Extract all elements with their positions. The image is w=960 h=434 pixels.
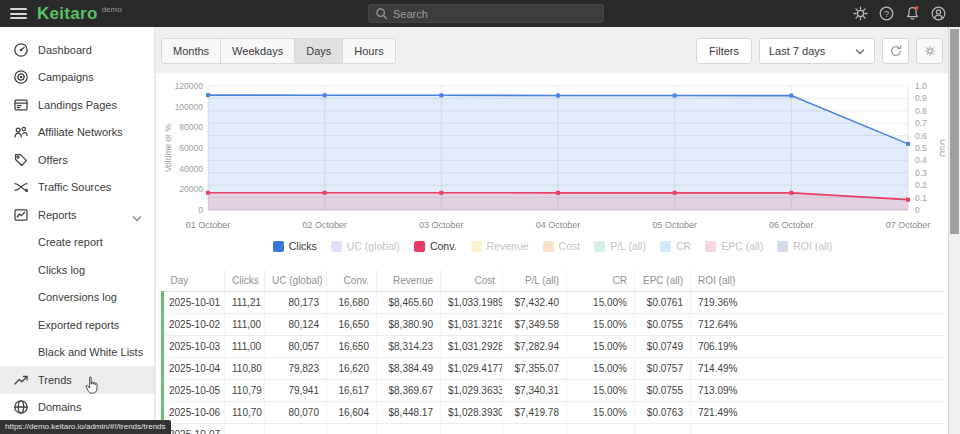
table-cell: 712.64% xyxy=(691,313,945,335)
table-cell: $8,465.60 xyxy=(377,291,441,313)
svg-text:40000: 40000 xyxy=(179,164,203,174)
legend-item-cr[interactable]: CR xyxy=(660,240,691,252)
trends-table: DayClicksUC (global)Conv.RevenueCostP/L … xyxy=(161,270,944,434)
table-cell: 16,617 xyxy=(327,379,377,401)
filters-button[interactable]: Filters xyxy=(696,38,752,64)
legend-item-clicks[interactable]: Clicks xyxy=(273,240,317,252)
table-cell: 15.00% xyxy=(567,379,635,401)
column-header-day: Day xyxy=(163,270,225,291)
table-cell: $1,033.1989 xyxy=(441,291,503,313)
globe-icon xyxy=(13,399,29,415)
refresh-button[interactable] xyxy=(882,38,909,64)
table-cell: 16,620 xyxy=(327,357,377,379)
table-row: 2025-10-01111,2180,17316,680$8,465.60$1,… xyxy=(163,291,945,313)
svg-text:0: 0 xyxy=(915,205,920,215)
column-header-uc-global-: UC (global) xyxy=(265,270,327,291)
sidebar-item-clicks-log[interactable]: Clicks log xyxy=(0,256,154,284)
sidebar-item-exported-reports[interactable]: Exported reports xyxy=(0,311,154,339)
account-icon[interactable] xyxy=(930,5,947,22)
layout-icon xyxy=(13,97,29,113)
notifications-bell-icon[interactable] xyxy=(904,5,921,22)
table-row: 2025-10-03111,0080,05716,650$8,314.23$1,… xyxy=(163,335,945,357)
legend-item-cost[interactable]: Cost xyxy=(543,240,581,252)
table-cell: 714.49% xyxy=(691,357,945,379)
svg-text:0.8: 0.8 xyxy=(915,106,927,116)
tab-days[interactable]: Days xyxy=(295,39,343,63)
top-navbar: Keitaro demo ? xyxy=(0,0,960,27)
sidebar-item-traffic-sources[interactable]: Traffic Sources xyxy=(0,174,154,202)
legend-item-revenue[interactable]: Revenue xyxy=(471,240,529,252)
svg-text:07 October: 07 October xyxy=(886,220,931,230)
sidebar-item-reports[interactable]: Reports xyxy=(0,201,154,229)
svg-text:60000: 60000 xyxy=(179,143,203,153)
help-icon[interactable]: ? xyxy=(878,5,895,22)
sidebar-item-trends[interactable]: Trends xyxy=(0,366,154,394)
table-cell: 111,00 xyxy=(225,313,265,335)
sidebar-item-label: Exported reports xyxy=(38,319,119,331)
legend-label: Cost xyxy=(559,240,581,252)
table-cell: $7,355.07 xyxy=(503,357,567,379)
svg-text:03 October: 03 October xyxy=(419,220,464,230)
svg-text:0: 0 xyxy=(198,205,203,215)
search-input[interactable] xyxy=(393,8,597,20)
sidebar-item-landings-pages[interactable]: Landings Pages xyxy=(0,91,154,119)
legend-item-p-l-all-[interactable]: P/L (all) xyxy=(594,240,646,252)
legend-item-roi-all-[interactable]: ROI (all) xyxy=(777,240,832,252)
svg-text:USD: USD xyxy=(938,139,945,157)
tab-months[interactable]: Months xyxy=(162,39,221,63)
sidebar-item-label: Clicks log xyxy=(38,264,85,276)
svg-text:Volume or %: Volume or % xyxy=(163,123,173,172)
table-cell: 15.00% xyxy=(567,335,635,357)
sidebar-item-affiliate-networks[interactable]: Affiliate Networks xyxy=(0,119,154,147)
table-cell: 2025-10-02 xyxy=(163,313,225,335)
date-range-select[interactable]: Last 7 days xyxy=(759,38,875,64)
sidebar-item-campaigns[interactable]: Campaigns xyxy=(0,64,154,92)
legend-label: Clicks xyxy=(289,240,317,252)
sidebar-item-label: Dashboard xyxy=(38,44,92,56)
table-cell: 16,650 xyxy=(327,313,377,335)
table-cell xyxy=(377,423,441,434)
app-logo[interactable]: Keitaro xyxy=(37,0,98,27)
table-cell: 80,070 xyxy=(265,401,327,423)
tag-icon xyxy=(13,152,29,168)
table-cell: 16,604 xyxy=(327,401,377,423)
table-cell: $8,448.17 xyxy=(377,401,441,423)
svg-text:80000: 80000 xyxy=(179,122,203,132)
table-cell: $0.0757 xyxy=(635,357,691,379)
legend-label: UC (global) xyxy=(347,240,400,252)
legend-item-uc-global-[interactable]: UC (global) xyxy=(331,240,400,252)
sidebar-item-dashboard[interactable]: Dashboard xyxy=(0,36,154,64)
chart-settings-button[interactable] xyxy=(916,38,943,64)
vertical-scrollbar[interactable] xyxy=(948,27,960,434)
global-search[interactable] xyxy=(368,4,604,23)
legend-swatch xyxy=(594,241,605,252)
legend-label: CR xyxy=(676,240,691,252)
sidebar-item-black-and-white-lists[interactable]: Black and White Lists xyxy=(0,339,154,367)
legend-item-conv-[interactable]: Conv. xyxy=(414,240,457,252)
tab-hours[interactable]: Hours xyxy=(343,39,394,63)
svg-text:0.5: 0.5 xyxy=(915,143,927,153)
scrollbar-thumb[interactable] xyxy=(950,29,959,234)
menu-hamburger-icon[interactable] xyxy=(10,8,27,19)
svg-text:20000: 20000 xyxy=(179,184,203,194)
svg-text:0.2: 0.2 xyxy=(915,180,927,190)
sidebar-item-create-report[interactable]: Create report xyxy=(0,229,154,257)
legend-item-epc-all-[interactable]: EPC (all) xyxy=(705,240,763,252)
sidebar-item-offers[interactable]: Offers xyxy=(0,146,154,174)
split-icon xyxy=(13,179,29,195)
sidebar-item-domains[interactable]: Domains xyxy=(0,394,154,422)
settings-icon[interactable] xyxy=(852,5,869,22)
sidebar-item-conversions-log[interactable]: Conversions log xyxy=(0,284,154,312)
table-row: 2025-10-02111,0080,12416,650$8,380.90$1,… xyxy=(163,313,945,335)
table-cell xyxy=(265,423,327,434)
legend-swatch xyxy=(471,241,482,252)
table-row: 2025-10-06110,7080,07016,604$8,448.17$1,… xyxy=(163,401,945,423)
gauge-icon xyxy=(13,42,29,58)
svg-text:120000: 120000 xyxy=(175,81,204,91)
target-icon xyxy=(13,69,29,85)
table-cell: $0.0749 xyxy=(635,335,691,357)
column-header-p-l-all-: P/L (all) xyxy=(503,270,567,291)
tab-weekdays[interactable]: Weekdays xyxy=(221,39,295,63)
column-header-clicks: Clicks xyxy=(225,270,265,291)
legend-label: P/L (all) xyxy=(610,240,646,252)
